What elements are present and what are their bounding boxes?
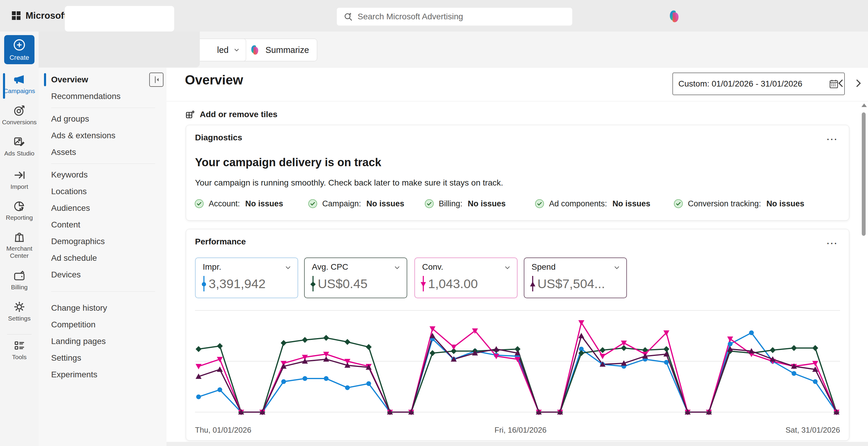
metric-tile-spend[interactable]: Spend US$7,504...	[524, 258, 627, 298]
performance-chart	[195, 305, 840, 419]
rail-item-billing[interactable]: Billing	[0, 269, 39, 291]
x-axis-label-start: Thu, 01/01/2026	[195, 425, 251, 435]
rail-item-conversions[interactable]: Conversions	[0, 105, 39, 126]
sidebar-item-change-history[interactable]: Change history	[51, 300, 152, 316]
pie-chart-icon	[12, 200, 26, 212]
gear-icon	[12, 301, 26, 313]
search-input[interactable]: Search Microsoft Advertising	[337, 8, 572, 26]
rail-divider	[7, 334, 32, 334]
rail-item-ads-studio[interactable]: Ads Studio	[0, 136, 39, 157]
copilot-icon[interactable]	[667, 9, 682, 24]
rail-item-merchant-center[interactable]: Merchant Center	[0, 231, 39, 259]
check-circle-icon	[307, 198, 318, 209]
check-circle-icon	[194, 198, 205, 209]
metric-tile-impressions[interactable]: Impr. 3,391,942	[195, 258, 298, 298]
rail-item-campaigns[interactable]: Campaigns	[0, 73, 39, 94]
chevron-down-icon	[284, 263, 292, 272]
sidebar-item-recommendations[interactable]: Recommendations	[51, 88, 152, 105]
diagnostics-heading: Your campaign delivery is on track	[195, 156, 381, 169]
rail-item-tools[interactable]: Tools	[0, 339, 39, 361]
status-conversion-tracking: Conversion tracking:No issues	[673, 197, 804, 210]
date-prev-icon[interactable]	[835, 77, 847, 89]
check-circle-icon	[534, 198, 545, 209]
sidebar-item-ads-extensions[interactable]: Ads & extensions	[51, 127, 152, 144]
sidebar-item-landing-pages[interactable]: Landing pages	[51, 333, 152, 350]
target-icon	[12, 105, 26, 117]
series-marker-icon	[310, 275, 316, 292]
x-axis-label-mid: Fri, 16/01/2026	[473, 425, 568, 435]
search-sparkle-icon	[343, 11, 353, 22]
entity-status-dropdown-label: led	[217, 45, 228, 55]
sidebar-active-indicator	[44, 73, 46, 86]
sidebar-item-locations[interactable]: Locations	[51, 183, 152, 200]
campaign-sidebar: Overview Recommendations Ad groups Ads &…	[39, 68, 167, 446]
sidebar-item-ad-schedule[interactable]: Ad schedule	[51, 250, 152, 266]
series-marker-icon	[530, 275, 536, 292]
summarize-label: Summarize	[266, 45, 309, 55]
chevron-down-icon	[503, 263, 512, 272]
wallet-icon	[12, 269, 26, 282]
rail-item-settings[interactable]: Settings	[0, 301, 39, 322]
create-button[interactable]: Create	[4, 35, 34, 64]
microsoft-logo-icon	[12, 11, 21, 20]
check-circle-icon	[673, 198, 684, 209]
status-campaign: Campaign:No issues	[307, 197, 404, 210]
summarize-button[interactable]: Summarize	[241, 39, 317, 61]
app-root: Microsoft Advertising Search Microsoft A…	[0, 0, 868, 446]
sidebar-item-overview[interactable]: Overview	[51, 71, 152, 88]
main-content: Overview Custom: 01/01/2026 - 31/01/2026	[166, 68, 868, 446]
scrollbar-up-arrow[interactable]	[862, 103, 867, 107]
sidebar-item-ad-groups[interactable]: Ad groups	[51, 111, 152, 127]
chevron-down-icon	[613, 263, 621, 272]
date-range-picker[interactable]: Custom: 01/01/2026 - 31/01/2026	[673, 72, 845, 95]
metric-tile-conversions[interactable]: Conv. 1,043.00	[414, 258, 518, 298]
sidebar-item-demographics[interactable]: Demographics	[51, 233, 152, 250]
sidebar-item-content[interactable]: Content	[51, 216, 152, 233]
sidebar-item-keywords[interactable]: Keywords	[51, 167, 152, 183]
shopping-bag-icon	[12, 231, 26, 243]
plus-circle-icon	[12, 38, 26, 52]
performance-title: Performance	[195, 237, 246, 246]
metric-tile-avg-cpc[interactable]: Avg. CPC US$0.45	[304, 258, 407, 298]
create-label: Create	[9, 54, 29, 62]
sidebar-item-experiments[interactable]: Experiments	[51, 366, 152, 383]
diagnostics-title: Diagnostics	[195, 133, 242, 142]
series-marker-icon	[201, 275, 207, 292]
chevron-down-icon	[233, 46, 241, 54]
more-options-icon[interactable]	[826, 233, 838, 247]
check-circle-icon	[424, 198, 435, 209]
add-or-remove-tiles-button[interactable]: Add or remove tiles	[185, 108, 277, 121]
status-billing: Billing:No issues	[424, 197, 506, 210]
sidebar-item-audiences[interactable]: Audiences	[51, 200, 152, 216]
image-pen-icon	[12, 136, 26, 148]
scrollbar-thumb[interactable]	[862, 112, 866, 236]
sidebar-divider	[51, 163, 155, 164]
rail-item-import[interactable]: Import	[0, 169, 39, 190]
redacted-breadcrumb-area	[39, 31, 200, 67]
sidebar-item-devices[interactable]: Devices	[51, 266, 152, 283]
list-icon	[12, 339, 26, 352]
date-range-value: Custom: 01/01/2026 - 31/01/2026	[678, 79, 802, 89]
sidebar-item-assets[interactable]: Assets	[51, 144, 152, 160]
page-title: Overview	[185, 72, 243, 87]
date-next-icon[interactable]	[852, 77, 864, 89]
sidebar-item-competition[interactable]: Competition	[51, 316, 152, 333]
top-bar: Microsoft Advertising Search Microsoft A…	[0, 0, 868, 31]
left-rail: Create Campaigns Conversions Ads Studio	[0, 31, 39, 446]
header-divider	[166, 101, 868, 101]
series-marker-icon	[420, 275, 426, 292]
add-tiles-icon	[185, 110, 195, 120]
next-section-edge	[166, 442, 868, 446]
rail-item-reporting[interactable]: Reporting	[0, 200, 39, 221]
copilot-icon	[249, 44, 261, 56]
redacted-account-selector[interactable]	[65, 6, 174, 31]
sidebar-divider	[51, 108, 155, 108]
more-options-icon[interactable]	[826, 129, 838, 143]
sidebar-divider	[51, 291, 155, 292]
performance-card: Performance Impr. 3,391,942 Avg. CPC US$…	[186, 229, 849, 441]
sidebar-item-settings[interactable]: Settings	[51, 350, 152, 366]
x-axis-label-end: Sat, 31/01/2026	[751, 425, 840, 435]
chevron-down-icon	[393, 263, 401, 272]
search-placeholder: Search Microsoft Advertising	[358, 12, 463, 22]
status-account: Account:No issues	[194, 197, 283, 210]
